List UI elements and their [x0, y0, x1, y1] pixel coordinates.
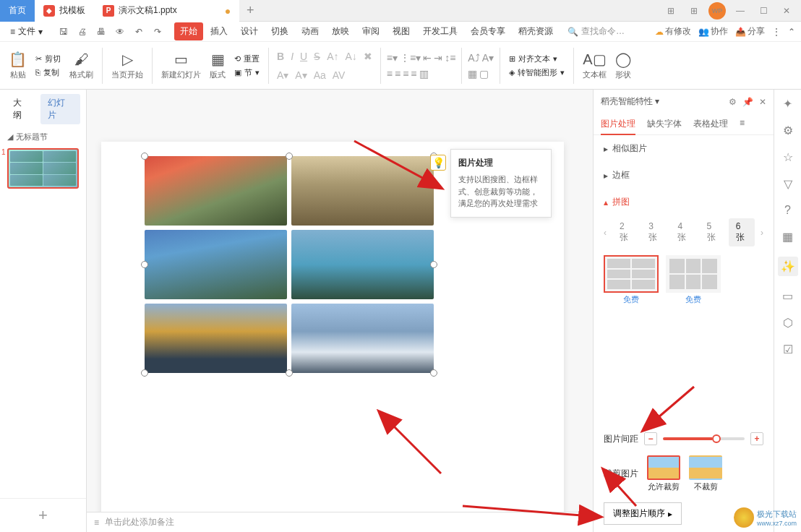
- image-collage[interactable]: [145, 156, 434, 373]
- copy-button[interactable]: ⎘ 复制: [33, 66, 64, 79]
- strip-media-icon[interactable]: ▦: [782, 230, 793, 244]
- tab-image-processing[interactable]: 图片处理: [601, 113, 635, 134]
- tab-table-processing[interactable]: 表格处理: [693, 113, 728, 134]
- highlight-button[interactable]: A▾: [275, 68, 291, 82]
- slider-thumb[interactable]: [712, 434, 721, 443]
- ribbon-tab-slideshow[interactable]: 放映: [326, 22, 355, 40]
- spacing-decrease[interactable]: −: [644, 432, 657, 445]
- selection-handle[interactable]: [430, 369, 437, 377]
- italic-button[interactable]: I: [288, 49, 296, 64]
- ribbon-tab-member[interactable]: 会员专享: [465, 22, 511, 40]
- selection-handle[interactable]: [430, 261, 437, 268]
- paste-group[interactable]: 📋 粘贴: [6, 51, 30, 80]
- maximize-button[interactable]: ☐: [755, 2, 772, 20]
- ribbon-tab-devtools[interactable]: 开发工具: [417, 22, 463, 40]
- convert-smart-button[interactable]: ◈ 转智能图形 ▾: [506, 66, 567, 79]
- count-2[interactable]: 2张: [612, 218, 638, 246]
- ribbon-tab-transition[interactable]: 切换: [265, 22, 294, 40]
- align-left-button[interactable]: ≡: [387, 68, 393, 80]
- align-justify-button[interactable]: ≡: [411, 68, 416, 80]
- add-slide-button[interactable]: +: [0, 498, 86, 532]
- collage-image-4[interactable]: [291, 230, 434, 299]
- collage-image-6[interactable]: [291, 304, 434, 373]
- selection-handle[interactable]: [141, 153, 148, 160]
- line-spacing-button[interactable]: ↕≡: [445, 52, 455, 64]
- spacing-slider[interactable]: [663, 437, 745, 440]
- align-text-button[interactable]: ⊞ 对齐文本 ▾: [506, 53, 567, 65]
- collaborate-button[interactable]: 👥 协作: [698, 25, 728, 38]
- ribbon-tab-animation[interactable]: 动画: [296, 22, 325, 40]
- selection-handle[interactable]: [141, 369, 148, 377]
- adjust-order-button[interactable]: 调整图片顺序 ▸: [604, 502, 682, 525]
- textbox-button[interactable]: A▢ 文本框: [580, 51, 609, 80]
- strip-cube-icon[interactable]: ⬡: [783, 316, 793, 330]
- slides-tab[interactable]: 幻灯片: [40, 94, 80, 124]
- tab-document[interactable]: P 演示文稿1.pptx ●: [94, 0, 239, 22]
- count-5[interactable]: 5张: [700, 218, 726, 246]
- section-header[interactable]: ◢ 无标题节: [0, 129, 86, 145]
- layout-option-2[interactable]: 免费: [666, 255, 721, 305]
- new-tab-button[interactable]: +: [239, 3, 261, 18]
- collage-image-5[interactable]: [145, 304, 287, 373]
- text-direction-button[interactable]: A⤴: [468, 52, 479, 64]
- strip-docer-icon[interactable]: ✦: [783, 97, 792, 111]
- ribbon-tab-insert[interactable]: 插入: [205, 22, 234, 40]
- from-current-button[interactable]: ▷ 当页开始: [108, 51, 146, 80]
- section-button[interactable]: ▣ 节 ▾: [231, 66, 262, 79]
- command-search[interactable]: 🔍 查找命令…: [567, 25, 625, 38]
- ribbon-tab-review[interactable]: 审阅: [356, 22, 385, 40]
- selection-handle[interactable]: [141, 261, 148, 268]
- ribbon-tab-view[interactable]: 视图: [387, 22, 416, 40]
- collage-image-1[interactable]: [145, 156, 287, 226]
- strip-settings-icon[interactable]: ⚙: [783, 124, 793, 137]
- ribbon-tab-design[interactable]: 设计: [235, 22, 264, 40]
- pin-icon[interactable]: 📌: [742, 97, 753, 107]
- underline-button[interactable]: U: [298, 49, 309, 64]
- layout-button[interactable]: ▦ 版式: [207, 51, 228, 80]
- notes-bar[interactable]: ≡ 单击此处添加备注: [87, 512, 593, 532]
- redo-icon[interactable]: ↷: [150, 24, 166, 40]
- text-effects-button[interactable]: A▾: [482, 52, 494, 64]
- print-icon[interactable]: 🖶: [93, 24, 109, 40]
- count-next[interactable]: ›: [758, 228, 766, 238]
- more-icon[interactable]: ⋮: [772, 27, 781, 37]
- user-avatar[interactable]: WP: [708, 2, 726, 20]
- collage-image-2[interactable]: [291, 156, 434, 226]
- panel-title[interactable]: 稻壳智能特性 ▾: [601, 95, 659, 108]
- strike-button[interactable]: S̶: [312, 49, 322, 64]
- strip-help-icon[interactable]: ?: [784, 204, 791, 217]
- count-3[interactable]: 3张: [641, 218, 667, 246]
- collage-image-3[interactable]: [145, 230, 287, 299]
- save-as-icon[interactable]: 🖨: [74, 24, 90, 40]
- count-6[interactable]: 6张: [729, 218, 755, 246]
- minimize-button[interactable]: —: [732, 2, 749, 20]
- close-button[interactable]: ✕: [778, 2, 795, 20]
- selection-handle[interactable]: [286, 369, 293, 377]
- strip-check-icon[interactable]: ☑: [783, 343, 793, 356]
- apps-icon[interactable]: ⊞: [685, 2, 703, 20]
- ribbon-tab-docer[interactable]: 稻壳资源: [513, 22, 559, 40]
- clear-format-button[interactable]: ✖: [361, 49, 374, 64]
- undo-icon[interactable]: ↶: [131, 24, 147, 40]
- font-shrink-button[interactable]: A↓: [343, 49, 359, 64]
- canvas-area[interactable]: 💡 图片处理 支持以图搜图、边框样式、创意裁剪等功能，满足您的再次处理需求 ≡ …: [87, 90, 593, 532]
- crop-allow-option[interactable]: 允许裁剪: [647, 455, 680, 492]
- ribbon-tab-start[interactable]: 开始: [174, 22, 203, 40]
- tab-home[interactable]: 首页: [0, 0, 35, 22]
- columns-button[interactable]: ▥: [419, 68, 429, 80]
- strip-filter-icon[interactable]: ▽: [784, 177, 792, 191]
- settings-icon[interactable]: ⚙: [729, 97, 737, 107]
- section-border[interactable]: ▸ 边框: [594, 162, 774, 189]
- collapse-ribbon-icon[interactable]: ⌃: [788, 27, 795, 37]
- font-color-button[interactable]: A▾: [293, 68, 309, 82]
- save-icon[interactable]: 🖫: [56, 24, 72, 40]
- count-prev[interactable]: ‹: [601, 228, 609, 238]
- indent-dec-button[interactable]: ⇤: [423, 52, 432, 64]
- bold-button[interactable]: B: [275, 49, 286, 64]
- indent-inc-button[interactable]: ⇥: [434, 52, 442, 64]
- share-button[interactable]: 📤 分享: [735, 25, 765, 38]
- tab-more[interactable]: ≡: [740, 113, 745, 134]
- align-center-button[interactable]: ≡: [395, 68, 400, 80]
- numbering-button[interactable]: ⋮≡▾: [400, 52, 421, 64]
- reset-button[interactable]: ⟲ 重置: [231, 53, 262, 65]
